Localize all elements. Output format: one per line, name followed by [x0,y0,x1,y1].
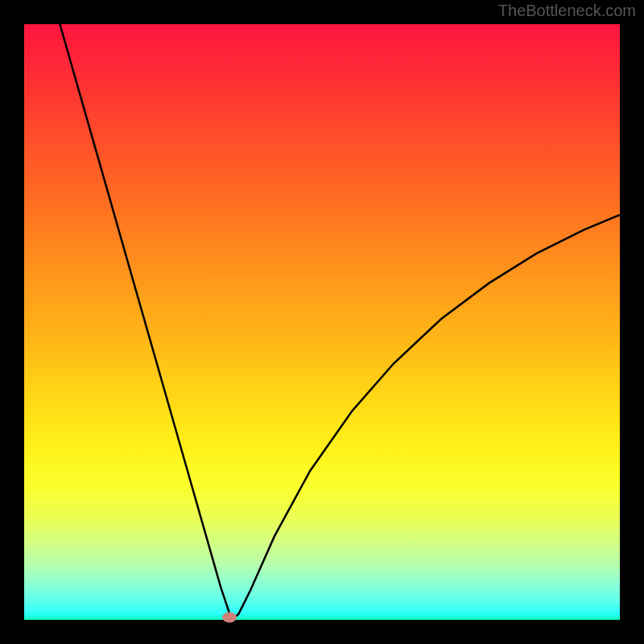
bottleneck-curve [24,24,620,620]
watermark-text: TheBottleneck.com [498,2,636,20]
optimal-point-marker [222,613,237,623]
